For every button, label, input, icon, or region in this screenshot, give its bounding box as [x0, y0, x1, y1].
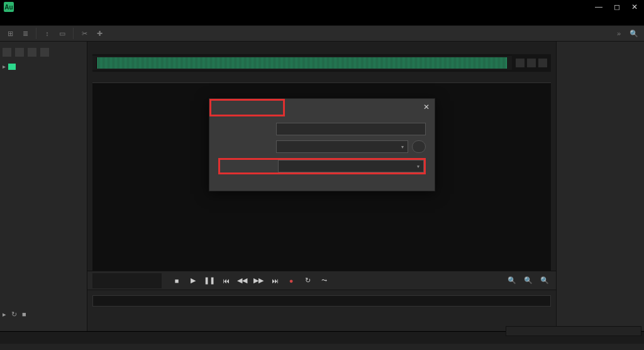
save-as-dialog: ✕ ▾ ▾	[209, 98, 435, 191]
panel-icon[interactable]	[28, 48, 36, 57]
location-select[interactable]: ▾	[276, 140, 408, 153]
pause-button[interactable]: ❚❚	[203, 274, 216, 287]
level-meter	[92, 295, 551, 307]
format-select[interactable]: ▾	[278, 160, 424, 172]
forward-button[interactable]: ▶▶	[252, 274, 265, 287]
loop-button[interactable]: ↻	[301, 274, 314, 287]
panel-icon[interactable]	[40, 48, 49, 57]
ov-icon[interactable]	[516, 59, 525, 67]
multitrack-mode-icon[interactable]: ≣	[19, 27, 31, 40]
tool-icon[interactable]: ↕	[41, 27, 53, 40]
skip-back-button[interactable]: ⏮	[219, 274, 232, 287]
chevron-down-icon: ▾	[417, 164, 419, 169]
maximize-icon[interactable]: ◻	[614, 3, 620, 11]
toolbar: ⊞ ≣ ↕ ▭ ✂ ✚ » 🔍	[0, 25, 644, 42]
levels-panel	[87, 290, 556, 331]
stop-icon[interactable]: ■	[22, 310, 26, 319]
dialog-title	[209, 99, 285, 116]
waveform-mode-icon[interactable]: ⊞	[4, 27, 16, 40]
ov-icon[interactable]	[527, 59, 536, 67]
transport-controls: ■ ▶ ❚❚ ⏮ ◀◀ ▶▶ ⏭ ● ↻ ⤳ 🔍 🔍 🔍	[87, 271, 556, 290]
tool-icon[interactable]: ▭	[56, 27, 69, 40]
chevron-down-icon: ▾	[401, 144, 404, 150]
ov-icon[interactable]	[538, 59, 547, 67]
titlebar: Au — ◻ ✕	[0, 0, 644, 14]
record-button[interactable]: ●	[285, 274, 297, 287]
minimize-icon[interactable]: —	[595, 3, 602, 11]
play-button[interactable]: ▶	[187, 274, 199, 287]
zoom-icon[interactable]: 🔍	[538, 274, 551, 287]
zoom-icon[interactable]: 🔍	[506, 274, 518, 287]
browse-button[interactable]	[412, 140, 426, 153]
rewind-button[interactable]: ◀◀	[236, 274, 248, 287]
cut-icon[interactable]: ✂	[78, 27, 91, 40]
search-icon[interactable]: 🔍	[628, 27, 640, 40]
play-icon[interactable]: ▸	[3, 310, 6, 319]
skip-fwd-button[interactable]: ⏭	[269, 274, 281, 287]
menubar	[0, 14, 644, 25]
heal-icon[interactable]: ✚	[93, 27, 106, 40]
stop-button[interactable]: ■	[170, 274, 183, 287]
dialog-close-icon[interactable]: ✕	[423, 103, 430, 111]
app-logo-icon: Au	[4, 2, 14, 12]
zoom-icon[interactable]: 🔍	[522, 274, 535, 287]
loop-icon[interactable]: ↻	[11, 310, 17, 319]
filename-input[interactable]	[276, 123, 426, 135]
selection-info	[506, 326, 641, 336]
panel-icon[interactable]	[3, 48, 11, 57]
more-icon[interactable]: »	[613, 27, 625, 40]
close-icon[interactable]: ✕	[631, 3, 638, 11]
file-list-item[interactable]: ▸	[3, 62, 84, 71]
files-panel: ▸ ▸↻■	[0, 42, 87, 331]
skip-sel-button[interactable]: ⤳	[318, 274, 330, 287]
panel-icon[interactable]	[15, 48, 24, 57]
timecode-display[interactable]	[92, 273, 162, 288]
waveform-icon	[8, 64, 16, 70]
timeline-ruler[interactable]	[92, 73, 551, 83]
overview-waveform[interactable]	[92, 54, 551, 72]
right-panel	[556, 42, 644, 331]
expand-icon[interactable]: ▸	[3, 63, 6, 70]
